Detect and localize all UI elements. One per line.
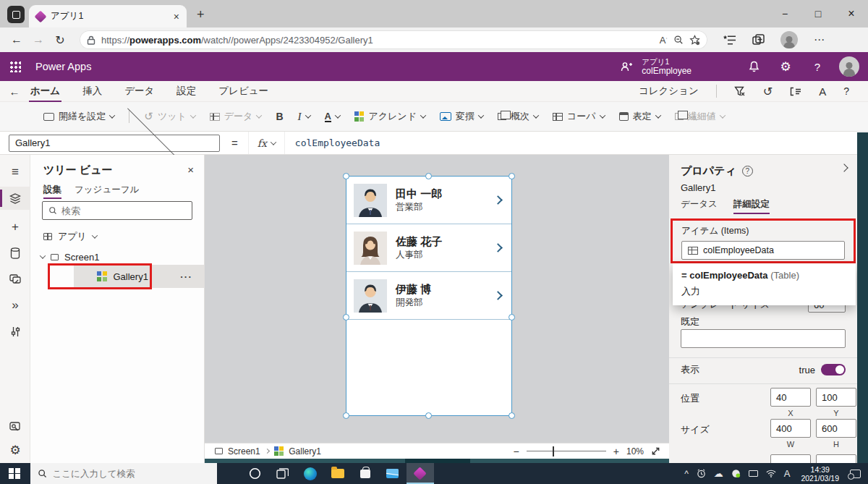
new-tab-button[interactable]: + [197, 7, 205, 22]
properties-help-icon[interactable]: ? [742, 166, 753, 177]
file-explorer-icon[interactable] [324, 463, 352, 484]
resize-handle[interactable] [509, 314, 515, 320]
zoom-slider-thumb[interactable] [553, 446, 554, 457]
edge-icon[interactable] [297, 463, 324, 484]
position-x-input[interactable]: 40 [770, 388, 811, 407]
italic-button[interactable]: I [298, 111, 310, 123]
collections-label[interactable]: コレクション [639, 85, 699, 98]
cortana-icon[interactable] [242, 463, 269, 484]
tree-tab-screens[interactable]: 設集 [43, 184, 61, 199]
clipped-input[interactable] [816, 454, 856, 463]
window-maximize-button[interactable]: □ [801, 0, 835, 27]
data-button[interactable]: データ [210, 110, 262, 123]
tray-alarm-icon[interactable] [697, 469, 706, 478]
props-tab-data[interactable]: データス [681, 198, 718, 214]
tab-close-icon[interactable]: × [174, 11, 179, 22]
resize-handle[interactable] [425, 412, 432, 419]
filter-icon[interactable] [734, 86, 746, 97]
windows-start-button[interactable] [9, 468, 20, 480]
resize-handle[interactable] [343, 173, 349, 179]
taskbar-clock[interactable]: 14:39 2021/03/19 [801, 465, 839, 483]
canvas[interactable]: 田中 一郎 営業部 佐藤 花子 [205, 155, 669, 463]
tree-node-more-icon[interactable]: ... [180, 269, 192, 280]
rail-insert-icon[interactable]: + [0, 216, 30, 239]
menu-insert[interactable]: 挿入 [81, 82, 103, 101]
tree-search-box[interactable] [42, 201, 192, 220]
bold-button[interactable]: B [276, 111, 283, 122]
tray-keyboard-icon[interactable] [749, 470, 758, 477]
zoom-slider[interactable] [527, 451, 606, 452]
account-avatar[interactable] [839, 56, 859, 77]
resize-handle[interactable] [343, 314, 349, 320]
gallery-item[interactable]: 佐藤 花子 人事部 [346, 224, 511, 272]
position-y-input[interactable]: 100 [816, 388, 856, 407]
tray-expand-icon[interactable]: ^ [684, 469, 689, 479]
font-color-button[interactable]: A [325, 111, 340, 122]
fit-to-window-icon[interactable] [651, 446, 660, 456]
menu-settings[interactable]: 設定 [175, 82, 197, 101]
tree-close-icon[interactable]: × [187, 164, 194, 176]
tray-wifi-icon[interactable] [766, 470, 776, 477]
rail-search-media-icon[interactable] [0, 415, 30, 438]
collections-icon[interactable] [723, 35, 736, 46]
zoom-out-icon[interactable] [673, 35, 684, 45]
notifications-bell-icon[interactable] [738, 61, 770, 72]
favorites-star-icon[interactable] [689, 35, 700, 46]
rail-advanced-icon[interactable]: » [0, 294, 30, 317]
tab-groups-icon[interactable] [752, 34, 765, 46]
mail-icon[interactable] [379, 463, 407, 484]
browser-back-button[interactable]: ← [6, 33, 27, 46]
rail-settings-icon[interactable]: ⚙ [0, 438, 30, 462]
tree-node-app[interactable]: アプリ [30, 227, 205, 246]
powerapps-taskbar-icon[interactable] [407, 463, 434, 484]
window-close-button[interactable]: × [835, 0, 868, 27]
resize-handle[interactable] [425, 173, 432, 179]
rail-media-icon[interactable] [0, 268, 30, 291]
menu-preview[interactable]: プレビュー [217, 82, 270, 101]
task-view-icon[interactable] [269, 463, 297, 484]
menubar-help-icon[interactable]: ? [843, 85, 849, 97]
rail-variables-icon[interactable] [0, 320, 30, 343]
reset-button[interactable]: ↺ツット [144, 110, 195, 123]
taskbar-search-box[interactable] [30, 463, 217, 484]
screen-settings-button[interactable]: 開繕を設定 [43, 110, 114, 123]
chevron-right-icon[interactable] [493, 195, 503, 205]
items-input[interactable]: colEmployeeData [681, 241, 845, 260]
formula-suggestion-dropdown[interactable]: = colEmployeeData (Table) 入力 [673, 263, 856, 305]
resize-handle[interactable] [343, 412, 349, 419]
tree-tab-components[interactable]: フッジューフル [75, 184, 139, 199]
taskbar-search-input[interactable] [53, 469, 190, 479]
tree-search-input[interactable] [61, 205, 170, 216]
chevron-right-icon[interactable] [493, 291, 503, 300]
notification-center-icon[interactable] [850, 470, 861, 478]
gallery-item[interactable]: 田中 一郎 営業部 [346, 177, 511, 224]
tray-ime-indicator[interactable]: A [784, 468, 791, 479]
menu-home[interactable]: ホーム [29, 82, 61, 101]
props-tab-advanced[interactable]: 詳細設定 [733, 198, 770, 214]
tray-onedrive-icon[interactable]: ☁ [714, 468, 723, 479]
share-person-icon[interactable] [617, 61, 636, 72]
formula-input[interactable]: colEmployeeData [295, 137, 380, 148]
media-button[interactable]: 変撰 [440, 110, 483, 123]
rail-tree-view-icon[interactable] [0, 187, 30, 210]
rail-data-icon[interactable] [0, 242, 30, 265]
size-w-input[interactable]: 400 [770, 419, 811, 438]
app-back-button[interactable]: ← [0, 85, 29, 98]
selection-icon[interactable] [790, 87, 801, 96]
help-icon[interactable]: ? [801, 61, 833, 73]
browser-tab[interactable]: アプリ1 × [29, 5, 187, 27]
browser-refresh-button[interactable]: ↻ [49, 33, 71, 47]
undo-icon[interactable]: ↺ [763, 85, 773, 98]
address-bar[interactable]: https://powerapps.com/watch//powerApps/2… [80, 30, 707, 49]
menu-data[interactable]: データ [123, 82, 156, 101]
window-minimize-button[interactable]: − [768, 0, 801, 27]
tab-actions-icon[interactable] [7, 6, 25, 23]
right-edge-scroll-strip[interactable] [857, 132, 868, 463]
store-icon[interactable] [352, 463, 379, 484]
fx-dropdown[interactable]: fx [248, 132, 285, 154]
size-h-input[interactable]: 600 [816, 419, 856, 438]
table-button[interactable]: コーパ [553, 110, 605, 123]
settings-gear-icon[interactable]: ⚙ [770, 59, 801, 75]
visible-toggle[interactable] [821, 364, 846, 375]
zoom-out-button[interactable]: − [514, 446, 519, 457]
